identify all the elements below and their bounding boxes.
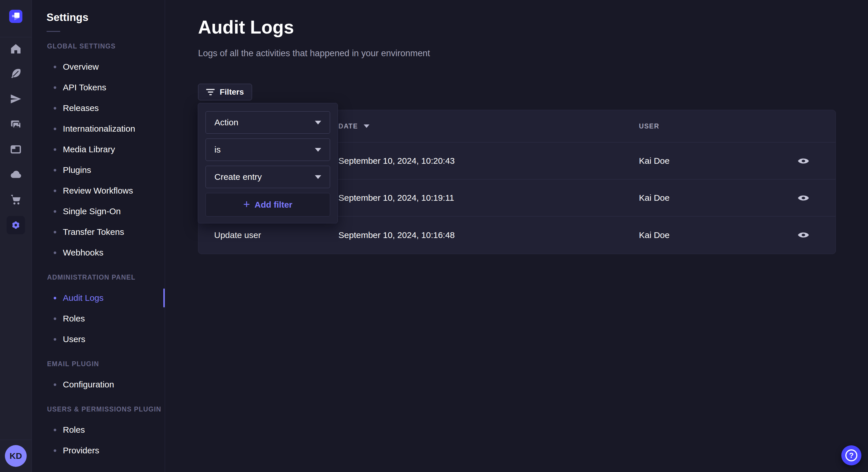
- sidebar-item-transfer-tokens[interactable]: Transfer Tokens: [32, 222, 165, 242]
- page-subtitle: Logs of all the activities that happened…: [198, 48, 430, 59]
- filter-icon: [206, 89, 215, 95]
- home-icon[interactable]: [9, 42, 22, 55]
- cell-user: Kai Doe: [639, 193, 771, 203]
- column-header-user: USER: [639, 123, 771, 130]
- view-log-button[interactable]: [797, 194, 810, 202]
- column-header-date[interactable]: DATE: [338, 123, 639, 130]
- bullet-icon: [54, 190, 56, 192]
- settings-gear-icon[interactable]: [7, 216, 25, 234]
- main-nav-rail: KD: [0, 0, 32, 472]
- cell-user: Kai Doe: [639, 156, 771, 166]
- bullet-icon: [54, 107, 56, 109]
- filter-operator-select[interactable]: is: [206, 138, 330, 161]
- sidebar-item-single-sign-on[interactable]: Single Sign-On: [32, 201, 165, 222]
- sidebar-item-internationalization[interactable]: Internationalization: [32, 119, 165, 139]
- sidebar-item-overview[interactable]: Overview: [32, 57, 165, 77]
- filter-field-select[interactable]: Action: [206, 111, 330, 134]
- chevron-down-icon: [315, 175, 321, 179]
- content-type-builder-icon[interactable]: [9, 143, 22, 156]
- marketplace-cart-icon[interactable]: [9, 193, 22, 206]
- sidebar-item-media-library[interactable]: Media Library: [32, 139, 165, 160]
- bullet-icon: [54, 317, 56, 320]
- sidebar-item-audit-logs[interactable]: Audit Logs: [32, 288, 165, 308]
- sidebar-title: Settings: [32, 0, 165, 24]
- cloud-icon[interactable]: [9, 168, 22, 181]
- sidebar-item-plugins[interactable]: Plugins: [32, 160, 165, 180]
- chevron-down-icon: [315, 121, 321, 125]
- question-mark-icon: ?: [845, 449, 857, 461]
- settings-sidebar: Settings GLOBAL SETTINGS Overview API To…: [32, 0, 165, 472]
- bullet-icon: [54, 338, 56, 341]
- strapi-logo[interactable]: [9, 10, 22, 23]
- settings-nav: GLOBAL SETTINGS Overview API Tokens Rele…: [32, 36, 165, 461]
- view-log-button[interactable]: [797, 231, 810, 239]
- add-filter-button[interactable]: + Add filter: [206, 193, 330, 216]
- bullet-icon: [54, 148, 56, 151]
- bullet-icon: [54, 429, 56, 431]
- main-content: Audit Logs Logs of all the activities th…: [165, 0, 868, 472]
- bullet-icon: [54, 231, 56, 233]
- rail-footer: KD: [0, 440, 32, 472]
- filters-popover: Action is Create entry + Add filter: [198, 103, 338, 224]
- user-avatar[interactable]: KD: [5, 445, 27, 467]
- sidebar-item-releases[interactable]: Releases: [32, 98, 165, 119]
- cell-date: September 10, 2024, 10:16:48: [338, 230, 639, 240]
- active-indicator: [163, 289, 165, 307]
- bullet-icon: [54, 66, 56, 68]
- bullet-icon: [54, 449, 56, 452]
- sidebar-item-review-workflows[interactable]: Review Workflows: [32, 180, 165, 201]
- sidebar-title-divider: [46, 31, 60, 32]
- cell-user: Kai Doe: [639, 230, 771, 240]
- help-button[interactable]: ?: [841, 445, 861, 465]
- sidebar-item-users[interactable]: Users: [32, 329, 165, 349]
- view-log-button[interactable]: [797, 157, 810, 165]
- bullet-icon: [54, 86, 56, 89]
- bullet-icon: [54, 383, 56, 386]
- eye-icon: [797, 157, 810, 165]
- strapi-logo-icon: [12, 12, 20, 20]
- content-feather-icon[interactable]: [9, 67, 22, 80]
- filter-value-select[interactable]: Create entry: [206, 166, 330, 188]
- bullet-icon: [54, 128, 56, 130]
- bullet-icon: [54, 251, 56, 254]
- sidebar-item-roles-up[interactable]: Roles: [32, 419, 165, 440]
- bullet-icon: [54, 169, 56, 171]
- plus-icon: +: [243, 198, 250, 210]
- sidebar-item-providers[interactable]: Providers: [32, 440, 165, 461]
- chevron-down-icon: [315, 148, 321, 152]
- sidebar-item-roles-admin[interactable]: Roles: [32, 308, 165, 329]
- logo-section: [0, 0, 32, 37]
- bullet-icon: [54, 210, 56, 213]
- eye-icon: [797, 194, 810, 202]
- sidebar-item-api-tokens[interactable]: API Tokens: [32, 77, 165, 98]
- sidebar-item-webhooks[interactable]: Webhooks: [32, 242, 165, 263]
- cell-date: September 10, 2024, 10:20:43: [338, 156, 639, 166]
- cell-action: Update user: [198, 230, 338, 240]
- sort-desc-icon[interactable]: [364, 125, 369, 128]
- bullet-icon: [54, 297, 56, 299]
- media-library-icon[interactable]: [9, 118, 22, 131]
- section-header-global-settings: GLOBAL SETTINGS: [32, 36, 165, 57]
- release-plane-icon[interactable]: [9, 93, 22, 105]
- sidebar-item-configuration[interactable]: Configuration: [32, 374, 165, 395]
- page-title: Audit Logs: [198, 16, 294, 38]
- cell-date: September 10, 2024, 10:19:11: [338, 193, 639, 203]
- eye-icon: [797, 231, 810, 239]
- filters-button[interactable]: Filters: [198, 84, 252, 100]
- section-header-email-plugin: EMAIL PLUGIN: [32, 353, 165, 374]
- section-header-users-permissions-plugin: USERS & PERMISSIONS PLUGIN: [32, 399, 165, 419]
- section-header-administration-panel: ADMINISTRATION PANEL: [32, 267, 165, 288]
